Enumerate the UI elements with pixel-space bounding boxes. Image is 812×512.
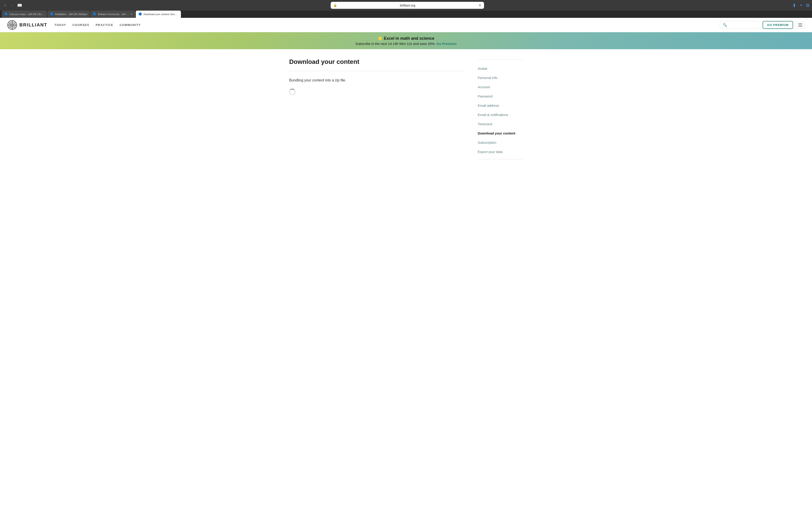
hamburger-line-2 <box>798 25 802 25</box>
logo[interactable]: BRILLIANT <box>7 20 47 30</box>
nav-community[interactable]: COMMUNITY <box>120 23 141 27</box>
browser-tabs: 🔵 Calculus notes - Jeff Giff | Brill... … <box>0 10 812 18</box>
tab-favicon: 🔵 <box>139 12 142 16</box>
browser-chrome: ‹ › 📖 🔒 brilliant.org ✕ ⬆ + ⧉ <box>0 0 812 10</box>
nav-courses[interactable]: COURSES <box>72 23 89 27</box>
logo-text: BRILLIANT <box>20 22 47 28</box>
promo-star-icon: ⭐ <box>378 36 382 40</box>
back-button[interactable]: ‹ <box>3 2 8 8</box>
content-divider <box>289 71 464 71</box>
lock-icon: 🔒 <box>334 4 337 7</box>
page-title: Download your content <box>289 58 464 65</box>
tab-download-content[interactable]: 🔵 Download your content | Acco... <box>136 10 181 18</box>
bookmarks-icon[interactable]: 📖 <box>17 3 22 8</box>
tab-favicon: 🔵 <box>4 12 8 16</box>
tab-close-icon[interactable]: ✕ <box>130 12 133 16</box>
site-header: BRILLIANT TODAY COURSES PRACTICE COMMUNI… <box>0 18 812 32</box>
sidebar-link-export-data[interactable]: Export your data <box>478 147 523 157</box>
nav-today[interactable]: TODAY <box>55 23 66 27</box>
sidebar-link-avatar[interactable]: Avatar <box>478 64 523 73</box>
promo-go-premium-link[interactable]: Go Premium <box>436 42 457 46</box>
logo-icon <box>7 20 17 30</box>
header-right: 🔍 GO PREMIUM <box>719 21 805 29</box>
search-bar[interactable]: 🔍 <box>719 21 760 29</box>
share-button[interactable]: ⬆ <box>792 3 796 8</box>
tab-calculus-notes[interactable]: 🔵 Calculus notes - Jeff Giff | Brill... <box>2 10 47 18</box>
main-content: Download your content Bundling your cont… <box>282 49 530 168</box>
sidebar-link-email-notifications[interactable]: Email & notifications <box>478 110 523 119</box>
tab-community[interactable]: 🔵 Brilliant Community - Jeff Giff... ✕ <box>90 10 135 18</box>
forward-button[interactable]: › <box>10 2 15 8</box>
loading-spinner <box>289 89 464 95</box>
content-area: Download your content Bundling your cont… <box>289 58 464 159</box>
hamburger-line-1 <box>798 24 802 24</box>
sidebar-link-download-content[interactable]: Download your content <box>478 129 523 138</box>
sidebar-link-password[interactable]: Password <box>478 92 523 101</box>
new-tab-button[interactable]: + <box>800 3 803 8</box>
hamburger-menu-button[interactable] <box>796 22 805 29</box>
main-nav: TODAY COURSES PRACTICE COMMUNITY <box>55 23 141 27</box>
promo-body: Subscribe in the next 1d 19h 56m 12s and… <box>4 42 808 46</box>
tab-title: Brilliant Community - Jeff Giff... <box>98 13 129 16</box>
nav-practice[interactable]: PRACTICE <box>96 23 113 27</box>
sidebar: Avatar Personal info Account Password Em… <box>478 58 523 159</box>
sidebar-link-subscription[interactable]: Subscription <box>478 138 523 147</box>
tab-radmaths[interactable]: 🔵 RadMaths - Jeff Giff | Brilliant <box>47 10 90 18</box>
spinner-animation <box>289 89 295 95</box>
sidebar-nav: Avatar Personal info Account Password Em… <box>478 64 523 157</box>
promo-body-text: Subscribe in the next 1d 19h 56m 12s and… <box>355 42 436 46</box>
tab-title: Calculus notes - Jeff Giff | Brill... <box>9 13 44 16</box>
search-icon: 🔍 <box>723 23 727 27</box>
tab-favicon: 🔵 <box>93 12 96 16</box>
address-bar[interactable]: 🔒 brilliant.org ✕ <box>331 2 484 9</box>
sidebar-link-email-address[interactable]: Email address <box>478 101 523 110</box>
sidebar-divider-top <box>478 59 523 59</box>
tabs-overview-button[interactable]: ⧉ <box>806 3 809 8</box>
tab-favicon: 🔵 <box>50 12 54 16</box>
clear-icon[interactable]: ✕ <box>478 3 481 7</box>
sidebar-link-timezone[interactable]: Timezone <box>478 119 523 129</box>
promo-banner: ⭐ Excel in math and science Subscribe in… <box>0 32 812 49</box>
sidebar-link-personal-info[interactable]: Personal info <box>478 73 523 82</box>
bundling-text: Bundling your content into a zip file. <box>289 78 464 82</box>
go-premium-button[interactable]: GO PREMIUM <box>763 21 793 29</box>
browser-actions: ⬆ + ⧉ <box>792 3 809 8</box>
search-input[interactable] <box>729 23 760 27</box>
tab-title: Download your content | Acco... <box>143 13 178 16</box>
tab-title: RadMaths - Jeff Giff | Brilliant <box>55 13 87 16</box>
url-display: brilliant.org <box>338 4 477 7</box>
sidebar-link-account[interactable]: Account <box>478 82 523 92</box>
promo-title: ⭐ Excel in math and science <box>4 36 808 41</box>
hamburger-line-3 <box>798 26 802 27</box>
promo-title-text: Excel in math and science <box>384 36 434 40</box>
